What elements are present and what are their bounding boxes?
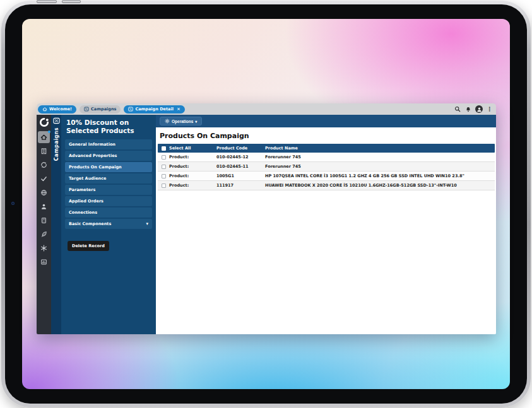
tab-welcome[interactable]: Welcome! (38, 105, 76, 114)
table-header-row: Select All Product Code Product Name (158, 144, 495, 153)
module-strip: Campaigns (51, 115, 61, 334)
caret-down-icon: ▾ (195, 119, 197, 124)
sidebar-item-check[interactable] (38, 173, 50, 185)
logo-swirl-icon (38, 117, 49, 127)
campaign-title: 10% Discount on Selected Products (65, 118, 152, 139)
row-checkbox[interactable] (162, 155, 166, 160)
menu-item-label: Products On Campaign (69, 165, 122, 170)
menu-item-label: Applied Orders (69, 199, 103, 204)
menu-item-label: Connections (69, 210, 97, 215)
stage: Welcome! Campaigns Campaign Detail × (0, 0, 532, 408)
menu-item-connections[interactable]: Connections (65, 207, 152, 218)
kebab-menu-icon[interactable]: ⋮ (487, 107, 492, 112)
row-checkbox[interactable] (162, 165, 166, 169)
cell-product-code: 111917 (216, 183, 265, 188)
percent-badge-icon (84, 107, 89, 112)
chevron-down-icon: ▾ (146, 221, 148, 226)
cell-product-code: 1005G1 (216, 173, 265, 178)
menu-item-label: Basic Components (69, 221, 111, 226)
sidebar-item-globe[interactable] (38, 187, 50, 199)
tab-bar: Welcome! Campaigns Campaign Detail × (37, 103, 496, 115)
products-table: Select All Product Code Product Name Pro… (158, 144, 495, 190)
menu-item-label: Parameters (69, 187, 95, 192)
avatar-icon[interactable] (475, 105, 483, 113)
home-icon (42, 107, 47, 112)
tab-label: Campaigns (91, 107, 116, 112)
tabbar-icon-group: ⋮ (454, 103, 492, 115)
close-tab-icon[interactable]: × (177, 107, 180, 112)
menu-item-general-information[interactable]: General Information (65, 139, 152, 149)
table-row[interactable]: Product: 010-02445-11 Forerunner 745 (158, 162, 495, 172)
menu-item-label: Target Audience (69, 176, 106, 181)
menu-item-advanced-properties[interactable]: Advanced Properties (65, 151, 152, 161)
table-row[interactable]: Product: 010-02445-12 Forerunner 745 (158, 153, 495, 162)
module-label: Campaigns (54, 127, 59, 161)
sidebar-item-chart-box[interactable] (38, 256, 50, 268)
window-body: Campaigns 10% Discount on Selected Produ… (37, 115, 496, 334)
menu-item-basic-components[interactable]: Basic Components ▾ (65, 219, 152, 229)
campaign-panel: 10% Discount on Selected Products Genera… (61, 115, 156, 334)
tab-label: Welcome! (49, 107, 72, 112)
cell-product-label: Product: (169, 164, 216, 169)
menu-item-products-on-campaign[interactable]: Products On Campaign (65, 162, 152, 172)
cell-product-name: HP 107QSEA INTEL CORE İ3 1005G1 1.2 GHZ … (265, 173, 495, 178)
cell-product-name: Forerunner 745 (265, 154, 495, 160)
gear-icon (165, 119, 170, 124)
front-camera (11, 202, 15, 205)
sidebar-item-sync[interactable] (38, 159, 50, 171)
tablet-top-button (37, 0, 57, 3)
operations-toolbar: Operations ▾ (156, 115, 496, 127)
section-title: Products On Campaign (156, 127, 496, 144)
cell-product-code: 010-02445-12 (216, 154, 265, 160)
delete-record-tooltip[interactable]: Delete Record (68, 241, 109, 251)
menu-item-applied-orders[interactable]: Applied Orders (65, 196, 152, 206)
select-all-checkbox[interactable] (162, 146, 166, 151)
sidebar-item-user[interactable] (38, 201, 50, 213)
tab-label: Campaign Detail (135, 107, 174, 112)
table-row[interactable]: Product: 1005G1 HP 107QSEA INTEL CORE İ3… (158, 172, 495, 181)
menu-item-target-audience[interactable]: Target Audience (65, 173, 152, 184)
menu-item-label: General Information (69, 142, 115, 147)
table-row[interactable]: Product: 111917 HUAWEI MATEBOOK X 2020 C… (158, 181, 495, 190)
sidebar-item-home[interactable] (38, 131, 50, 143)
sidebar-rail (37, 115, 51, 334)
tablet-top-button (62, 0, 81, 3)
menu-item-label: Advanced Properties (69, 153, 117, 158)
percent-badge-icon (128, 107, 133, 112)
operations-button[interactable]: Operations ▾ (160, 117, 202, 125)
cell-product-label: Product: (169, 183, 216, 188)
app-window: Welcome! Campaigns Campaign Detail × (37, 103, 496, 334)
cell-product-code: 010-02445-11 (216, 164, 265, 169)
notification-dot (48, 131, 50, 133)
sidebar-item-leaf[interactable] (38, 228, 50, 240)
tab-campaign-detail[interactable]: Campaign Detail × (124, 105, 184, 114)
header-product-code: Product Code (216, 146, 265, 151)
cell-product-label: Product: (169, 154, 216, 160)
row-checkbox[interactable] (162, 174, 166, 178)
header-product-name: Product Name (265, 146, 495, 151)
sidebar-item-calculator[interactable] (38, 214, 50, 226)
percent-badge-icon (53, 117, 60, 124)
bell-icon[interactable] (464, 106, 471, 113)
sidebar-item-flower[interactable] (38, 242, 50, 254)
sidebar-item-storefront[interactable] (38, 145, 50, 157)
cell-product-name: HUAWEI MATEBOOK X 2020 CORE İ5 10210U 1.… (265, 183, 495, 188)
cell-product-label: Product: (169, 173, 216, 178)
main-content: Operations ▾ Products On Campaign Select… (156, 115, 496, 334)
search-icon[interactable] (454, 106, 461, 113)
cell-product-name: Forerunner 745 (265, 164, 495, 169)
row-checkbox[interactable] (162, 184, 166, 188)
menu-item-parameters[interactable]: Parameters (65, 185, 152, 195)
tab-campaigns[interactable]: Campaigns (80, 105, 121, 114)
operations-label: Operations (172, 119, 193, 124)
header-select-all: Select All (169, 146, 216, 151)
